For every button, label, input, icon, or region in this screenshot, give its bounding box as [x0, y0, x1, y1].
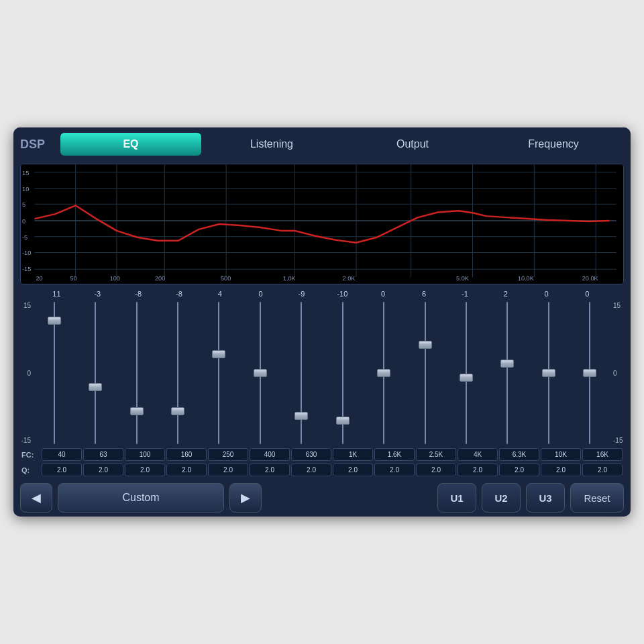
fader-value-4: 4: [201, 290, 239, 298]
fader-col-7: [322, 299, 363, 447]
fc-cell-5[interactable]: 250: [208, 448, 248, 461]
fader-value-3: -8: [160, 290, 198, 298]
fc-cell-14[interactable]: 16K: [582, 448, 623, 461]
scale-top-left: 15: [23, 302, 31, 309]
tab-frequency[interactable]: Frequency: [483, 133, 624, 156]
q-cell-6[interactable]: 2.0: [250, 464, 290, 476]
fader-value-8: 0: [364, 290, 402, 298]
svg-text:20.0K: 20.0K: [582, 275, 598, 282]
eq-curve-svg: 15 10 5 0 -5 -10 -15 20 50 100 200 500 1…: [21, 164, 623, 284]
fc-cell-9[interactable]: 1.6K: [374, 448, 415, 461]
svg-text:-5: -5: [22, 234, 28, 241]
preset-button[interactable]: Custom: [58, 483, 224, 513]
fc-cell-8[interactable]: 1K: [333, 448, 373, 461]
fader-value-13: 0: [568, 290, 606, 298]
fader-handle-6[interactable]: [294, 412, 308, 420]
fc-cell-2[interactable]: 63: [83, 448, 123, 461]
fader-handle-4[interactable]: [212, 350, 225, 358]
tab-listening[interactable]: Listening: [201, 133, 342, 156]
u1-button[interactable]: U1: [437, 483, 476, 513]
svg-text:10: 10: [22, 186, 29, 193]
fader-track-8[interactable]: [383, 302, 384, 444]
svg-text:5: 5: [22, 201, 25, 208]
fc-cell-10[interactable]: 2.5K: [416, 448, 456, 461]
fc-cell-7[interactable]: 630: [291, 448, 331, 461]
header: DSP EQ Listening Output Frequency: [13, 127, 631, 161]
tab-output[interactable]: Output: [342, 133, 483, 156]
fader-track-0[interactable]: [54, 302, 55, 444]
fc-row: FC:40631001602504006301K1.6K2.5K4K6.3K10…: [17, 447, 627, 462]
q-cell-7[interactable]: 2.0: [291, 464, 331, 476]
u2-button[interactable]: U2: [482, 483, 521, 513]
q-cell-1[interactable]: 2.0: [42, 464, 82, 476]
fader-track-1[interactable]: [95, 302, 96, 444]
q-cell-13[interactable]: 2.0: [541, 464, 581, 476]
fader-track-6[interactable]: [301, 302, 302, 444]
svg-text:200: 200: [155, 275, 165, 282]
scale-top-right: 15: [613, 302, 621, 309]
fc-label: FC:: [21, 451, 40, 459]
q-label: Q:: [21, 466, 40, 474]
svg-text:10.0K: 10.0K: [518, 275, 534, 282]
fader-handle-5[interactable]: [254, 369, 267, 377]
fc-cell-1[interactable]: 40: [42, 448, 82, 461]
svg-text:0: 0: [22, 218, 25, 225]
fader-track-13[interactable]: [589, 302, 590, 444]
q-cell-5[interactable]: 2.0: [208, 464, 248, 476]
svg-text:5.0K: 5.0K: [456, 275, 469, 282]
fader-track-10[interactable]: [466, 302, 467, 444]
q-cell-11[interactable]: 2.0: [458, 464, 498, 476]
fader-handle-0[interactable]: [48, 317, 61, 325]
fader-handle-7[interactable]: [336, 417, 350, 425]
reset-button[interactable]: Reset: [570, 483, 624, 513]
fader-handle-9[interactable]: [419, 341, 432, 349]
fader-value-12: 0: [528, 290, 566, 298]
svg-text:2.0K: 2.0K: [343, 275, 356, 282]
prev-button[interactable]: ◀: [20, 483, 52, 513]
fader-track-4[interactable]: [218, 302, 219, 444]
fader-handle-1[interactable]: [89, 383, 102, 391]
fc-cell-4[interactable]: 160: [166, 448, 207, 461]
q-cell-2[interactable]: 2.0: [83, 464, 123, 476]
fader-handle-10[interactable]: [460, 374, 473, 382]
tab-eq[interactable]: EQ: [60, 133, 201, 156]
fader-track-7[interactable]: [342, 302, 343, 444]
fc-cell-11[interactable]: 4K: [458, 448, 498, 461]
fader-track-2[interactable]: [136, 302, 138, 444]
fc-cell-13[interactable]: 10K: [541, 448, 581, 461]
fader-track-5[interactable]: [260, 302, 261, 444]
fader-value-10: -1: [446, 290, 484, 298]
q-cell-10[interactable]: 2.0: [416, 464, 456, 476]
app-container: DSP EQ Listening Output Frequency: [13, 127, 631, 517]
fader-handle-12[interactable]: [542, 369, 555, 377]
q-cell-14[interactable]: 2.0: [582, 464, 623, 476]
fader-col-0: [34, 299, 74, 447]
q-cell-8[interactable]: 2.0: [333, 464, 373, 476]
fader-handle-3[interactable]: [171, 407, 184, 415]
fader-value-1: -3: [78, 290, 116, 298]
fader-track-12[interactable]: [548, 302, 549, 444]
u3-button[interactable]: U3: [526, 483, 565, 513]
q-cell-3[interactable]: 2.0: [125, 464, 165, 476]
q-cell-12[interactable]: 2.0: [499, 464, 539, 476]
svg-text:-10: -10: [22, 250, 31, 257]
fader-track-3[interactable]: [177, 302, 178, 444]
svg-text:50: 50: [70, 275, 76, 282]
svg-text:1.0K: 1.0K: [283, 275, 296, 282]
fader-handle-11[interactable]: [500, 360, 514, 368]
fader-handle-13[interactable]: [583, 369, 596, 377]
q-cell-9[interactable]: 2.0: [374, 464, 415, 476]
fader-value-11: 2: [487, 290, 525, 298]
svg-text:500: 500: [221, 275, 231, 282]
next-button[interactable]: ▶: [229, 483, 262, 513]
fc-cell-12[interactable]: 6.3K: [499, 448, 539, 461]
fader-col-1: [74, 299, 115, 447]
q-cell-4[interactable]: 2.0: [166, 464, 207, 476]
fader-handle-8[interactable]: [377, 369, 390, 377]
fc-cell-6[interactable]: 400: [250, 448, 290, 461]
fc-cell-3[interactable]: 100: [125, 448, 165, 461]
fader-track-9[interactable]: [425, 302, 426, 444]
fader-handle-2[interactable]: [130, 407, 144, 415]
fader-track-11[interactable]: [506, 302, 508, 444]
fader-value-6: -9: [282, 290, 320, 298]
